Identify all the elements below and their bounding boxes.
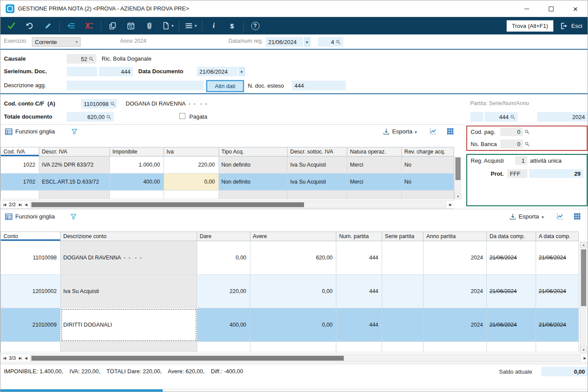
column-header[interactable]: Descrizione conto — [61, 232, 197, 241]
grid-view-icon[interactable] — [446, 127, 454, 135]
export-icon[interactable] — [509, 213, 516, 220]
cell-empty[interactable] — [336, 342, 382, 352]
cell-empty[interactable] — [110, 191, 164, 199]
cell-empty[interactable] — [197, 342, 250, 352]
cell-empty[interactable] — [1, 342, 61, 352]
cell-empty[interactable] — [402, 191, 454, 199]
cell-avere[interactable]: 0,00 — [250, 308, 337, 342]
cell-descrizione-conto[interactable]: DOGANA DI RAVENNA - - - - — [61, 241, 197, 275]
last-page-icon[interactable]: ▶| — [19, 203, 21, 207]
grid-view-icon[interactable] — [573, 212, 581, 220]
cell-empty[interactable] — [164, 191, 219, 199]
n-doc-esteso-field[interactable]: 444 — [292, 81, 346, 90]
column-header[interactable]: A data comp. — [536, 232, 579, 241]
column-header[interactable]: Imponibile — [110, 147, 164, 157]
funzioni-griglia-label-2[interactable]: Funzioni griglia — [15, 213, 55, 220]
cell-empty[interactable] — [487, 342, 536, 352]
first-page-icon[interactable]: |◀ — [3, 203, 6, 207]
cell-descr-sottoc[interactable]: Iva Su Acquisti — [287, 157, 347, 174]
cell-num-partita[interactable]: 444 — [336, 275, 382, 308]
table-row-empty[interactable] — [1, 342, 579, 352]
cell-rev-charge[interactable]: No — [402, 157, 454, 174]
data-reg-calendar-button[interactable]: ▸ — [304, 37, 311, 47]
cell-natura[interactable]: Merci — [347, 174, 402, 191]
chart-icon[interactable] — [556, 212, 564, 220]
column-header[interactable]: Descr. sottoc. IVA — [287, 147, 347, 157]
search-icon[interactable] — [510, 115, 515, 119]
filter-icon[interactable] — [71, 128, 78, 135]
cell-num-partita[interactable]: 444 — [336, 308, 382, 342]
column-header[interactable]: Serie partita — [382, 232, 424, 241]
data-reg-field[interactable]: 21/06/2024 — [266, 37, 303, 47]
cell-da-data-comp[interactable]: 21/06/2024 — [487, 275, 536, 308]
cell-empty[interactable] — [250, 342, 337, 352]
cell-cod-iva[interactable]: 1702 — [1, 174, 39, 191]
cell-descrizione-conto-editing[interactable]: DIRITTI DOGANALI — [61, 308, 197, 342]
scroll-left-icon[interactable]: ◀ — [24, 203, 27, 207]
cell-conto[interactable]: 11010098 — [1, 241, 61, 275]
cell-empty[interactable] — [61, 342, 197, 352]
column-header[interactable]: Rev. charge acq. — [402, 147, 454, 157]
scroll-right-icon[interactable]: ▶ — [449, 203, 451, 207]
cell-anno-partita[interactable]: 2024 — [424, 241, 487, 275]
funzioni-griglia-label-1[interactable]: Funzioni griglia — [15, 128, 55, 135]
column-header[interactable]: Iva — [164, 147, 219, 157]
search-icon[interactable] — [525, 142, 530, 147]
cell-descr-iva[interactable]: IVA 22% DPR 633/72 — [39, 157, 110, 174]
cell-empty[interactable] — [536, 342, 579, 352]
column-header[interactable]: Da data comp. — [487, 232, 536, 241]
cell-imponibile[interactable]: 1.000,00 — [110, 157, 164, 174]
totale-documento-field[interactable]: 620,00 — [67, 112, 114, 122]
cell-anno-partita[interactable]: 2024 — [424, 275, 487, 308]
filter-icon[interactable] — [70, 213, 77, 220]
num-doc-field[interactable]: 444 — [99, 67, 133, 76]
partita-anno-field[interactable]: 2024 — [537, 112, 588, 122]
calendar-search-button[interactable] — [122, 19, 140, 33]
cell-da-data-comp[interactable]: 21/06/2024 — [487, 308, 536, 342]
column-header[interactable]: Avere — [250, 232, 337, 241]
cell-rev-charge[interactable]: No — [402, 174, 454, 191]
scrollbar-thumb[interactable] — [31, 202, 304, 207]
search-icon[interactable] — [106, 115, 111, 119]
movimenti-grid-hscrollbar[interactable] — [30, 355, 581, 361]
cod-pag-field[interactable]: 0 — [500, 127, 523, 136]
cell-dare[interactable]: 220,00 — [197, 275, 250, 308]
iva-grid-hscrollbar[interactable] — [30, 201, 446, 208]
scroll-right-icon[interactable]: ▶ — [584, 356, 586, 360]
cell-dare[interactable]: 400,00 — [197, 308, 250, 342]
edit-button[interactable] — [39, 19, 57, 33]
serie-doc-field[interactable] — [67, 67, 97, 76]
cod-conto-field[interactable]: 11010098 — [81, 99, 117, 109]
cell-natura[interactable]: Merci — [347, 157, 402, 174]
cell-serie-partita[interactable] — [382, 308, 424, 342]
reg-acquisti-field[interactable]: 1 — [515, 156, 527, 165]
num-reg-field[interactable]: 4 — [318, 37, 343, 47]
scrollbar-thumb[interactable] — [581, 249, 586, 306]
search-icon[interactable] — [89, 57, 94, 61]
cell-cod-iva[interactable]: 1022 — [1, 157, 39, 174]
help-button[interactable]: ? — [246, 19, 264, 33]
trova-button[interactable]: Trova (Alt+F1) — [506, 20, 554, 32]
partita-num-field[interactable]: 444 — [485, 112, 518, 122]
confirm-button[interactable] — [2, 19, 21, 33]
minimize-button[interactable] — [514, 0, 539, 17]
info-button[interactable]: i — [205, 19, 223, 33]
column-header[interactable]: Dare — [197, 232, 250, 241]
cell-empty[interactable] — [39, 191, 110, 199]
cell-a-data-comp[interactable]: 21/06/2024 — [536, 275, 579, 308]
cell-empty[interactable] — [1, 191, 39, 199]
cell-serie-partita[interactable] — [382, 275, 424, 308]
cell-conto[interactable]: 12010002 — [1, 275, 61, 308]
esci-button[interactable]: Esci — [560, 22, 582, 30]
cell-num-partita[interactable]: 444 — [336, 241, 382, 275]
cell-tipo-acq[interactable]: Non definito — [219, 174, 288, 191]
partita-serie-field[interactable] — [470, 112, 483, 122]
close-button[interactable]: × — [563, 0, 588, 17]
scroll-up-button[interactable]: ▲ — [580, 242, 587, 248]
copy-button[interactable] — [103, 19, 122, 33]
cell-tipo-acq[interactable]: Non definito — [219, 157, 288, 174]
scroll-down-button[interactable]: ▼ — [455, 193, 462, 199]
column-header[interactable]: Descr. IVA — [39, 147, 110, 157]
maximize-button[interactable] — [539, 0, 563, 17]
last-page-icon[interactable]: ▶| — [19, 356, 21, 360]
